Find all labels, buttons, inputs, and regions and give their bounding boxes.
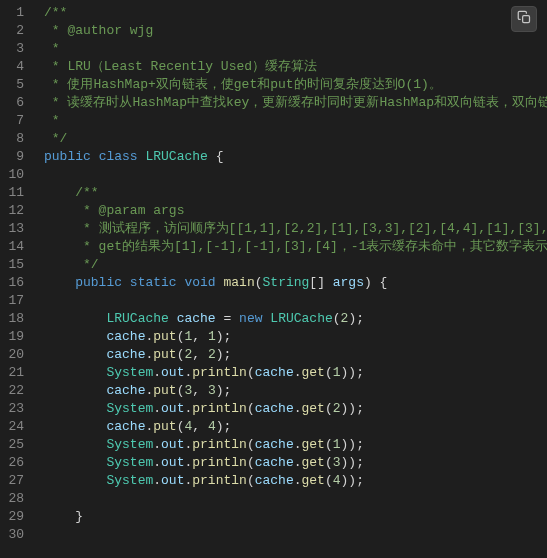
line-number: 29 bbox=[4, 508, 24, 526]
code-content[interactable]: /** * @author wjg * * LRU（Least Recently… bbox=[32, 0, 547, 558]
line-number: 21 bbox=[4, 364, 24, 382]
line-number-gutter: 1234567891011121314151617181920212223242… bbox=[0, 0, 32, 558]
code-line: * bbox=[44, 40, 547, 58]
code-line: /** bbox=[44, 4, 547, 22]
line-number: 5 bbox=[4, 76, 24, 94]
line-number: 10 bbox=[4, 166, 24, 184]
line-number: 30 bbox=[4, 526, 24, 544]
line-number: 26 bbox=[4, 454, 24, 472]
code-line: cache.put(3, 3); bbox=[44, 382, 547, 400]
line-number: 14 bbox=[4, 238, 24, 256]
code-line: cache.put(4, 4); bbox=[44, 418, 547, 436]
code-line: * 使用HashMap+双向链表，使get和put的时间复杂度达到O(1)。 bbox=[44, 76, 547, 94]
code-line bbox=[44, 292, 547, 310]
line-number: 24 bbox=[4, 418, 24, 436]
code-line bbox=[44, 166, 547, 184]
code-line: * 测试程序，访问顺序为[[1,1],[2,2],[1],[3,3],[2],[… bbox=[44, 220, 547, 238]
code-line: cache.put(1, 1); bbox=[44, 328, 547, 346]
code-line: System.out.println(cache.get(1)); bbox=[44, 436, 547, 454]
line-number: 9 bbox=[4, 148, 24, 166]
code-line: */ bbox=[44, 256, 547, 274]
line-number: 25 bbox=[4, 436, 24, 454]
code-line: * 读缓存时从HashMap中查找key，更新缓存时同时更新HashMap和双向… bbox=[44, 94, 547, 112]
line-number: 20 bbox=[4, 346, 24, 364]
code-line bbox=[44, 526, 547, 544]
code-line: * @author wjg bbox=[44, 22, 547, 40]
line-number: 27 bbox=[4, 472, 24, 490]
line-number: 4 bbox=[4, 58, 24, 76]
code-line: } bbox=[44, 508, 547, 526]
line-number: 23 bbox=[4, 400, 24, 418]
code-line: * LRU（Least Recently Used）缓存算法 bbox=[44, 58, 547, 76]
line-number: 16 bbox=[4, 274, 24, 292]
code-line: public class LRUCache { bbox=[44, 148, 547, 166]
line-number: 1 bbox=[4, 4, 24, 22]
code-line: * bbox=[44, 112, 547, 130]
code-line bbox=[44, 490, 547, 508]
line-number: 8 bbox=[4, 130, 24, 148]
code-editor[interactable]: 1234567891011121314151617181920212223242… bbox=[0, 0, 547, 558]
line-number: 6 bbox=[4, 94, 24, 112]
code-line: System.out.println(cache.get(3)); bbox=[44, 454, 547, 472]
code-line: * get的结果为[1],[-1],[-1],[3],[4]，-1表示缓存未命中… bbox=[44, 238, 547, 256]
line-number: 11 bbox=[4, 184, 24, 202]
line-number: 12 bbox=[4, 202, 24, 220]
copy-button[interactable] bbox=[511, 6, 537, 32]
code-line: */ bbox=[44, 130, 547, 148]
line-number: 7 bbox=[4, 112, 24, 130]
line-number: 15 bbox=[4, 256, 24, 274]
code-line: cache.put(2, 2); bbox=[44, 346, 547, 364]
code-line: LRUCache cache = new LRUCache(2); bbox=[44, 310, 547, 328]
line-number: 18 bbox=[4, 310, 24, 328]
code-line: /** bbox=[44, 184, 547, 202]
line-number: 2 bbox=[4, 22, 24, 40]
line-number: 3 bbox=[4, 40, 24, 58]
line-number: 28 bbox=[4, 490, 24, 508]
line-number: 22 bbox=[4, 382, 24, 400]
code-line: * @param args bbox=[44, 202, 547, 220]
svg-rect-0 bbox=[522, 15, 529, 22]
line-number: 19 bbox=[4, 328, 24, 346]
code-line: System.out.println(cache.get(2)); bbox=[44, 400, 547, 418]
code-line: System.out.println(cache.get(1)); bbox=[44, 364, 547, 382]
code-line: System.out.println(cache.get(4)); bbox=[44, 472, 547, 490]
code-line: public static void main(String[] args) { bbox=[44, 274, 547, 292]
line-number: 13 bbox=[4, 220, 24, 238]
copy-icon bbox=[517, 10, 532, 29]
line-number: 17 bbox=[4, 292, 24, 310]
